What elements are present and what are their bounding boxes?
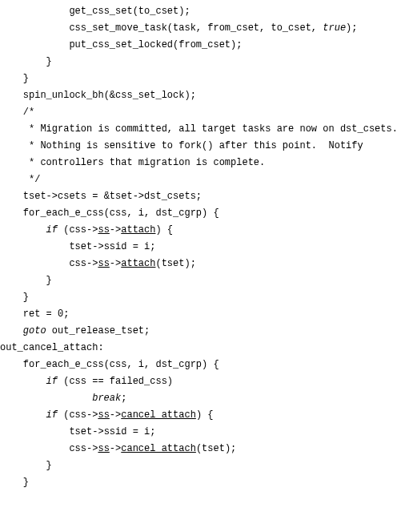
code-line: } (0, 474, 405, 491)
code-line: */ (0, 171, 405, 188)
code-line: } (0, 457, 405, 474)
code-line: break; (0, 390, 405, 407)
code-line: tset->ssid = i; (0, 424, 405, 441)
underline-token: attach (121, 224, 155, 236)
underline-token: ss (98, 258, 109, 269)
underline-token: ss (98, 409, 109, 421)
code-line: } (0, 71, 405, 87)
code-line: ret = 0; (0, 306, 405, 323)
code-line: if (css->ss->cancel_attach) { (0, 407, 405, 424)
underline-token: ss (98, 224, 109, 236)
code-line: * Migration is committed, all target tas… (0, 121, 405, 138)
keyword-token: if (46, 409, 58, 421)
code-line: if (css->ss->attach) { (0, 222, 405, 239)
code-line: * controllers that migration is complete… (0, 155, 405, 171)
code-line: for_each_e_css(css, i, dst_cgrp) { (0, 205, 405, 222)
code-line: css_set_move_task(task, from_cset, to_cs… (0, 20, 405, 37)
code-line: goto out_release_tset; (0, 323, 405, 340)
code-line: } (0, 272, 405, 289)
keyword-token: if (46, 224, 58, 236)
code-line: tset->csets = &tset->dst_csets; (0, 188, 405, 205)
underline-token: attach (121, 258, 155, 269)
code-line: tset->ssid = i; (0, 239, 405, 256)
underline-token: cancel_attach (121, 409, 196, 421)
code-line: * Nothing is sensitive to fork() after t… (0, 138, 405, 155)
code-line: spin_unlock_bh(&css_set_lock); (0, 87, 405, 104)
code-line: } (0, 54, 405, 71)
code-line: css->ss->cancel_attach(tset); (0, 441, 405, 457)
keyword-token: if (46, 376, 58, 387)
underline-token: cancel_attach (121, 443, 196, 454)
code-line: get_css_set(to_cset); (0, 3, 405, 20)
code-line: out_cancel_attach: (0, 340, 405, 357)
keyword-token: goto (23, 325, 46, 337)
code-line: /* (0, 104, 405, 121)
code-line: css->ss->attach(tset); (0, 256, 405, 272)
underline-token: ss (98, 443, 109, 454)
code-line: for_each_e_css(css, i, dst_cgrp) { (0, 357, 405, 373)
code-block: get_css_set(to_cset); css_set_move_task(… (0, 0, 405, 491)
code-line: put_css_set_locked(from_cset); (0, 37, 405, 54)
keyword-token: true (323, 22, 346, 34)
keyword-token: break (92, 393, 121, 404)
code-line: if (css == failed_css) (0, 373, 405, 390)
code-line: } (0, 289, 405, 306)
